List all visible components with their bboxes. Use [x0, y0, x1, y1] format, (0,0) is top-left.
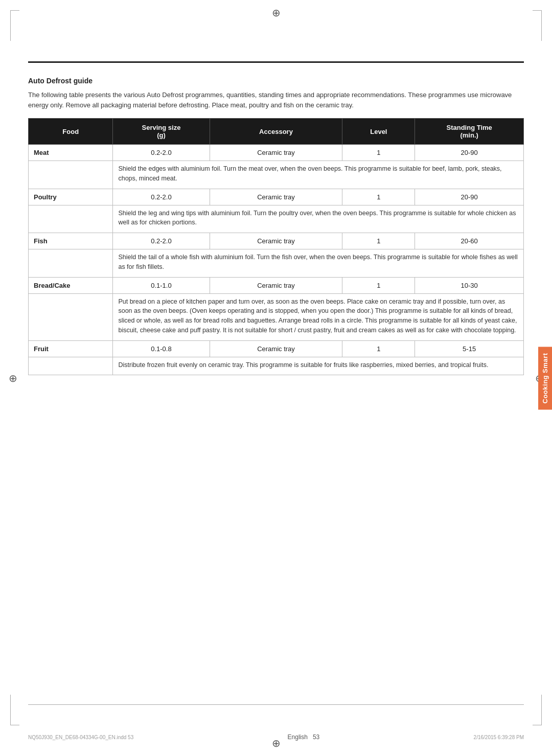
- crosshair-top-icon: [270, 7, 282, 18]
- food-name-fish: Fish: [29, 233, 113, 249]
- note-spacer-fish: [29, 249, 113, 278]
- footer-language: English: [288, 734, 308, 741]
- corner-decoration-tl: [10, 10, 19, 41]
- footer-date: 2/16/2015 6:39:28 PM: [474, 735, 524, 740]
- standing-poultry: 20-90: [415, 189, 524, 205]
- note-text-fruit: Distribute frozen fruit evenly on cerami…: [113, 357, 524, 375]
- header-level: Level: [342, 119, 415, 145]
- accessory-fruit: Ceramic tray: [210, 340, 342, 357]
- note-text-meat: Shield the edges with aluminium foil. Tu…: [113, 161, 524, 189]
- footer-page-num: 53: [313, 734, 319, 741]
- table-row: Bread/Cake 0.1-1.0 Ceramic tray 1 10-30: [29, 277, 524, 293]
- intro-paragraph: The following table presents the various…: [28, 90, 524, 110]
- standing-fish: 20-60: [415, 233, 524, 249]
- table-row: Fish 0.2-2.0 Ceramic tray 1 20-60: [29, 233, 524, 249]
- food-name-poultry: Poultry: [29, 189, 113, 205]
- footer-page-number: English 53: [288, 734, 320, 741]
- note-row-bread: Put bread on a piece of kitchen paper an…: [29, 293, 524, 340]
- level-bread: 1: [342, 277, 415, 293]
- header-accessory: Accessory: [210, 119, 342, 145]
- footer-filename: NQ50J930_EN_DE68-04334G-00_EN.indd 53: [28, 735, 133, 740]
- note-text-fish: Shield the tail of a whole fish with alu…: [113, 249, 524, 278]
- accessory-poultry: Ceramic tray: [210, 189, 342, 205]
- note-spacer-fruit: [29, 357, 113, 375]
- table-row: Fruit 0.1-0.8 Ceramic tray 1 5-15: [29, 340, 524, 357]
- accessory-bread: Ceramic tray: [210, 277, 342, 293]
- header-standing: Standing Time(min.): [415, 119, 524, 145]
- top-rule: [28, 61, 524, 63]
- level-poultry: 1: [342, 189, 415, 205]
- corner-decoration-bl: [10, 695, 19, 725]
- main-content: Auto Defrost guide The following table p…: [28, 72, 524, 700]
- corner-decoration-br: [533, 695, 542, 725]
- note-text-bread: Put bread on a piece of kitchen paper an…: [113, 293, 524, 340]
- header-food: Food: [29, 119, 113, 145]
- note-row-poultry: Shield the leg and wing tips with alumin…: [29, 205, 524, 233]
- standing-fruit: 5-15: [415, 340, 524, 357]
- note-row-meat: Shield the edges with aluminium foil. Tu…: [29, 161, 524, 189]
- level-meat: 1: [342, 145, 415, 161]
- defrost-table: Food Serving size(g) Accessory Level Sta…: [28, 118, 524, 375]
- footer: NQ50J930_EN_DE68-04334G-00_EN.indd 53 En…: [28, 734, 524, 741]
- food-name-fruit: Fruit: [29, 340, 113, 357]
- serving-bread: 0.1-1.0: [113, 277, 210, 293]
- food-name-meat: Meat: [29, 145, 113, 161]
- standing-bread: 10-30: [415, 277, 524, 293]
- crosshair-left-icon: [7, 373, 18, 384]
- bottom-rule: [28, 704, 524, 705]
- serving-fish: 0.2-2.0: [113, 233, 210, 249]
- note-row-fruit: Distribute frozen fruit evenly on cerami…: [29, 357, 524, 375]
- serving-meat: 0.2-2.0: [113, 145, 210, 161]
- serving-fruit: 0.1-0.8: [113, 340, 210, 357]
- level-fish: 1: [342, 233, 415, 249]
- note-text-poultry: Shield the leg and wing tips with alumin…: [113, 205, 524, 233]
- section-title: Auto Defrost guide: [28, 77, 524, 85]
- table-row: Meat 0.2-2.0 Ceramic tray 1 20-90: [29, 145, 524, 161]
- accessory-meat: Ceramic tray: [210, 145, 342, 161]
- note-spacer-meat: [29, 161, 113, 189]
- header-serving: Serving size(g): [113, 119, 210, 145]
- note-spacer-bread: [29, 293, 113, 340]
- accessory-fish: Ceramic tray: [210, 233, 342, 249]
- cooking-smart-tab: Cooking Smart: [538, 347, 552, 409]
- food-name-bread: Bread/Cake: [29, 277, 113, 293]
- table-row: Poultry 0.2-2.0 Ceramic tray 1 20-90: [29, 189, 524, 205]
- level-fruit: 1: [342, 340, 415, 357]
- standing-meat: 20-90: [415, 145, 524, 161]
- corner-decoration-tr: [533, 10, 542, 41]
- serving-poultry: 0.2-2.0: [113, 189, 210, 205]
- note-spacer-poultry: [29, 205, 113, 233]
- note-row-fish: Shield the tail of a whole fish with alu…: [29, 249, 524, 278]
